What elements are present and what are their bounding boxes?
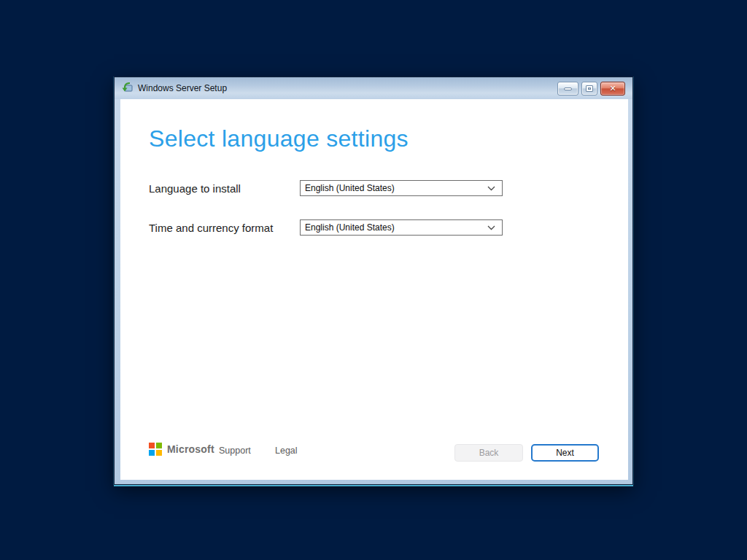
legal-link[interactable]: Legal [275, 446, 298, 456]
close-icon: ✕ [609, 85, 616, 93]
time-currency-format-label: Time and currency format [149, 222, 300, 234]
ms-logo-square-green [156, 443, 162, 448]
page-title: Select language settings [149, 125, 409, 152]
ms-logo-square-red [149, 443, 155, 448]
time-currency-format-row: Time and currency format English (United… [149, 219, 503, 236]
time-currency-format-dropdown[interactable]: English (United States) [300, 219, 503, 236]
language-to-install-label: Language to install [149, 182, 300, 195]
maximize-icon [586, 85, 593, 92]
windows-setup-icon [121, 82, 133, 94]
window-title: Windows Server Setup [138, 83, 227, 93]
microsoft-logo-icon [149, 443, 162, 456]
chevron-down-icon [487, 225, 495, 230]
close-button[interactable]: ✕ [600, 82, 625, 96]
chevron-down-icon [487, 186, 495, 191]
minimize-icon [564, 88, 572, 90]
microsoft-wordmark: Microsoft [167, 443, 214, 455]
caption-buttons: ✕ [557, 82, 625, 96]
minimize-button[interactable] [557, 82, 578, 96]
ms-logo-square-yellow [156, 450, 162, 456]
language-to-install-row: Language to install English (United Stat… [149, 180, 503, 196]
next-button[interactable]: Next [531, 444, 599, 462]
client-area: Select language settings Language to ins… [120, 99, 628, 480]
back-button[interactable]: Back [454, 444, 523, 462]
microsoft-logo: Microsoft [149, 443, 214, 456]
support-link[interactable]: Support [219, 446, 251, 456]
dropdown-selected-value: English (United States) [305, 183, 395, 193]
dropdown-selected-value: English (United States) [305, 222, 395, 233]
desktop-background: Windows Server Setup ✕ Select language s… [0, 0, 747, 560]
language-to-install-dropdown[interactable]: English (United States) [300, 180, 503, 196]
titlebar[interactable]: Windows Server Setup ✕ [115, 77, 632, 99]
ms-logo-square-blue [149, 450, 155, 456]
maximize-button[interactable] [581, 82, 597, 96]
setup-window: Windows Server Setup ✕ Select language s… [114, 77, 633, 485]
